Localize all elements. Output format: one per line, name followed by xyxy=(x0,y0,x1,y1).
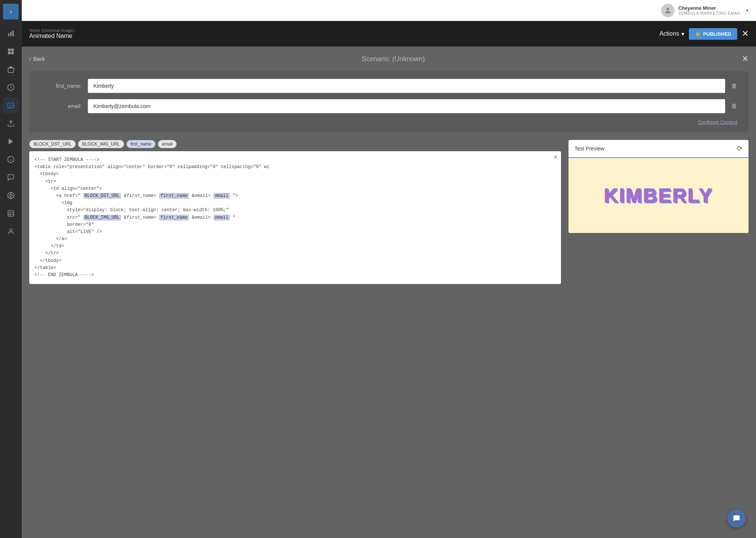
content-header-right: Actions ▾ 🔒 PUBLISHED ✕ xyxy=(659,28,748,40)
code-line-17: <!-- END ZEMBULA ----> xyxy=(34,272,556,279)
sidebar-item-play[interactable] xyxy=(3,134,19,149)
svg-point-19 xyxy=(10,229,12,231)
delete-firstname-button[interactable]: 🗑 xyxy=(731,83,737,89)
chevron-left-icon: ‹ xyxy=(29,56,31,62)
sidebar-item-users[interactable] xyxy=(3,224,19,239)
user-text: Cheyenne Miner ZEMBULA MARKETING EMAIL xyxy=(678,5,741,15)
back-button[interactable]: ‹ Back xyxy=(29,56,45,62)
close-code-button[interactable]: ✕ xyxy=(553,153,558,161)
chevron-right-icon: › xyxy=(10,8,12,15)
email-label: email: xyxy=(40,103,82,109)
svg-marker-7 xyxy=(9,139,13,144)
chevron-down-icon: ▾ xyxy=(746,8,748,13)
preview-wrap: Test Preview ⟳ KIMBERLY xyxy=(568,140,748,284)
sidebar-item-analytics[interactable] xyxy=(3,26,19,41)
preview-header: Test Preview ⟳ xyxy=(568,140,748,158)
form-row-email: email: 🗑 xyxy=(40,99,737,113)
svg-point-5 xyxy=(9,105,10,106)
sidebar-item-table[interactable] xyxy=(3,206,19,221)
sidebar-item-integrations[interactable] xyxy=(3,188,19,203)
code-line-2: <table role="presentation" align="center… xyxy=(34,164,556,171)
code-line-11: alt="LIVE" /> xyxy=(34,228,556,236)
user-org: ZEMBULA MARKETING EMAIL xyxy=(678,11,741,15)
preview-name-text: KIMBERLY xyxy=(604,184,713,207)
sidebar-item-grid[interactable] xyxy=(3,44,19,59)
code-line-16: </table> xyxy=(34,264,556,272)
code-line-12: </a> xyxy=(34,236,556,243)
code-line-5: <td align="center"> xyxy=(34,185,556,192)
code-line-9: src=" BLOCK_IMG_URL &first_name= first_n… xyxy=(34,214,556,221)
sidebar-item-insights[interactable] xyxy=(3,80,19,95)
chevron-down-icon: ▾ xyxy=(681,30,684,38)
svg-point-12 xyxy=(10,194,12,197)
preview-title: Test Preview xyxy=(574,146,604,152)
email-input[interactable] xyxy=(88,99,725,113)
refresh-button[interactable]: ⟳ xyxy=(737,144,742,153)
expand-button[interactable]: › xyxy=(3,4,19,20)
code-line-1: <!-- START ZEMBULA ----> xyxy=(34,156,556,164)
close-button[interactable]: ✕ xyxy=(742,29,748,39)
user-name: Cheyenne Miner xyxy=(678,5,741,11)
delete-email-button[interactable]: 🗑 xyxy=(731,103,737,110)
svg-point-20 xyxy=(666,8,669,10)
main-area: Cheyenne Miner ZEMBULA MARKETING EMAIL ▾… xyxy=(22,0,756,538)
svg-rect-0 xyxy=(8,33,9,36)
code-line-4: <tr> xyxy=(34,178,556,185)
published-button[interactable]: 🔒 PUBLISHED xyxy=(689,28,737,40)
scenario-title: Scenario: (Unknown) xyxy=(45,55,742,63)
first-name-label: first_name: xyxy=(40,83,82,89)
code-line-7: <img xyxy=(34,200,556,207)
code-line-14: </tr> xyxy=(34,250,556,257)
form-row-firstname: first_name: 🗑 xyxy=(40,79,737,93)
user-info[interactable]: Cheyenne Miner ZEMBULA MARKETING EMAIL ▾ xyxy=(661,4,748,17)
content-header-left: Name (Universal Image) Animated Name xyxy=(29,28,74,39)
code-line-13: </td> xyxy=(34,243,556,250)
code-preview-area: BLOCK_DST_URL BLOCK_IMG_URL first_name e… xyxy=(29,140,748,284)
content-title: Animated Name xyxy=(29,33,74,39)
form-area: first_name: 🗑 email: 🗑 Configure Context xyxy=(29,71,748,132)
preview-content: KIMBERLY xyxy=(568,158,748,233)
code-line-15: </tbody> xyxy=(34,257,556,264)
tag-block-dst-url[interactable]: BLOCK_DST_URL xyxy=(29,140,76,148)
configure-context-link[interactable]: Configure Context xyxy=(40,119,737,125)
code-line-10: border="0" xyxy=(34,221,556,228)
avatar xyxy=(661,4,675,17)
scenario-area: ‹ Back Scenario: (Unknown) ✕ first_name:… xyxy=(22,47,756,538)
lock-icon: 🔒 xyxy=(695,31,701,37)
top-header: Cheyenne Miner ZEMBULA MARKETING EMAIL ▾ xyxy=(22,0,756,21)
code-editor-wrap: BLOCK_DST_URL BLOCK_IMG_URL first_name e… xyxy=(29,140,561,284)
tag-email[interactable]: email xyxy=(158,140,177,148)
scenario-header: ‹ Back Scenario: (Unknown) ✕ xyxy=(29,54,748,64)
code-line-8: style="display: block; text-align: cente… xyxy=(34,207,556,214)
svg-rect-15 xyxy=(8,211,14,216)
svg-rect-2 xyxy=(12,31,14,36)
svg-rect-1 xyxy=(10,32,11,36)
code-line-6: <a href=" BLOCK_DST_URL &first_name= fir… xyxy=(34,192,556,200)
code-editor[interactable]: ✕ <!-- START ZEMBULA ----> <table role="… xyxy=(29,151,561,284)
code-line-3: <tbody> xyxy=(34,171,556,178)
scenario-close-button[interactable]: ✕ xyxy=(742,54,748,64)
sidebar: › xyxy=(0,0,22,538)
content-sublabel: Name (Universal Image) xyxy=(29,28,74,33)
sidebar-item-campaigns[interactable] xyxy=(3,62,19,77)
chat-button[interactable] xyxy=(728,509,746,527)
tag-first-name[interactable]: first_name xyxy=(126,140,156,148)
first-name-input[interactable] xyxy=(88,79,725,93)
sidebar-item-upload[interactable] xyxy=(3,116,19,131)
sidebar-item-info[interactable] xyxy=(3,152,19,167)
tags-row: BLOCK_DST_URL BLOCK_IMG_URL first_name e… xyxy=(29,140,561,148)
content-header: Name (Universal Image) Animated Name Act… xyxy=(22,21,756,47)
tag-block-img-url[interactable]: BLOCK_IMG_URL xyxy=(78,140,124,148)
preview-panel: Test Preview ⟳ KIMBERLY xyxy=(568,140,748,233)
actions-button[interactable]: Actions ▾ xyxy=(659,30,684,38)
sidebar-item-images[interactable] xyxy=(3,98,19,113)
sidebar-item-messages[interactable] xyxy=(3,170,19,185)
